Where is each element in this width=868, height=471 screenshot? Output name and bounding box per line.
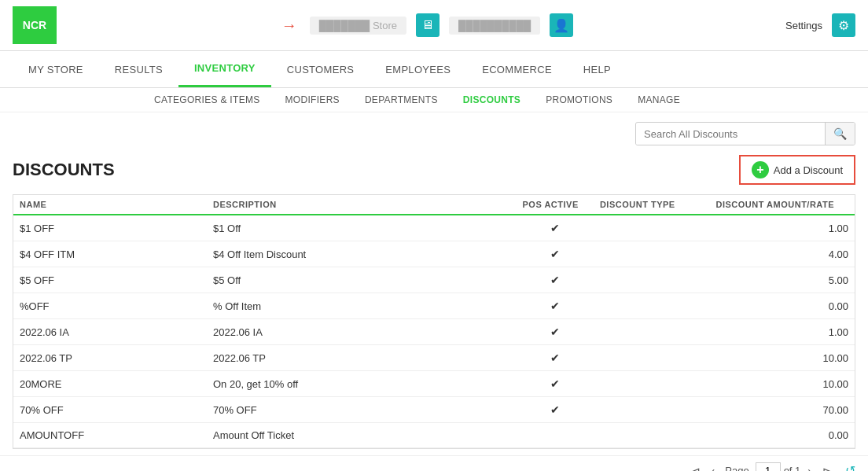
header-right: Settings ⚙ xyxy=(785,13,855,37)
nav-employees[interactable]: EMPLOYEES xyxy=(370,53,466,86)
cell-name: 20MORE xyxy=(13,371,207,397)
last-page-button[interactable]: ⊳ xyxy=(818,463,836,472)
content-area: DISCOUNTS + Add a Discount NAME DESCRIPT… xyxy=(0,149,868,455)
add-discount-button[interactable]: + Add a Discount xyxy=(739,155,855,185)
cell-name: %OFF xyxy=(13,293,207,319)
title-row: DISCOUNTS + Add a Discount xyxy=(13,155,855,185)
page-title: DISCOUNTS xyxy=(13,160,115,180)
cell-discount-amount: 4.00 xyxy=(710,241,855,267)
discounts-table: NAME DESCRIPTION POS ACTIVE DISCOUNT TYP… xyxy=(13,195,855,448)
add-icon: + xyxy=(752,161,769,178)
cell-discount-amount: 0.00 xyxy=(710,423,855,448)
cell-discount-amount: 10.00 xyxy=(710,371,855,397)
cell-name: 70% OFF xyxy=(13,397,207,423)
cell-pos-active: ✔ xyxy=(517,371,594,397)
subnav-departments[interactable]: DEPARTMENTS xyxy=(352,88,451,112)
checkmark-icon: ✔ xyxy=(550,351,560,364)
cell-description: $5 Off xyxy=(207,267,517,293)
table-row[interactable]: $1 OFF$1 Off✔1.00 xyxy=(13,215,855,241)
user-name: ██████████ xyxy=(449,17,540,35)
cell-description: 70% OFF xyxy=(207,397,517,423)
col-header-description: DESCRIPTION xyxy=(207,195,517,215)
search-area: 🔍 xyxy=(0,112,868,149)
checkmark-icon: ✔ xyxy=(550,326,560,338)
table-row[interactable]: 2022.06 IA2022.06 IA✔1.00 xyxy=(13,319,855,345)
nav-results[interactable]: RESULTS xyxy=(99,53,178,86)
checkmark-icon: ✔ xyxy=(550,274,560,286)
cell-name: $5 OFF xyxy=(13,267,207,293)
col-header-name: NAME xyxy=(13,195,207,215)
subnav-modifiers[interactable]: MODIFIERS xyxy=(273,88,352,112)
subnav-manage[interactable]: MANAGE xyxy=(625,88,693,112)
nav-customers[interactable]: CUSTOMERS xyxy=(271,53,370,86)
arrow-icon: → xyxy=(281,17,297,35)
search-input[interactable] xyxy=(636,123,825,145)
prev-page-button[interactable]: ‹ xyxy=(708,463,719,472)
table-row[interactable]: $4 OFF ITM$4 Off Item Discount✔4.00 xyxy=(13,241,855,267)
first-page-button[interactable]: ⊲ xyxy=(687,463,704,472)
cell-discount-type xyxy=(594,371,710,397)
add-discount-label: Add a Discount xyxy=(774,164,843,176)
checkmark-icon: ✔ xyxy=(550,248,560,260)
cell-name: AMOUNTOFF xyxy=(13,423,207,448)
subnav-discounts[interactable]: DISCOUNTS xyxy=(451,88,533,112)
page-number-input[interactable] xyxy=(756,462,781,471)
cell-description: On 20, get 10% off xyxy=(207,371,517,397)
col-header-pos-active: POS ACTIVE xyxy=(517,195,594,215)
cell-pos-active: ✔ xyxy=(517,293,594,319)
cell-discount-type xyxy=(594,397,710,423)
cell-description: $4 Off Item Discount xyxy=(207,241,517,267)
settings-label: Settings xyxy=(785,20,822,31)
cell-description: Amount Off Ticket xyxy=(207,423,517,448)
cell-discount-type xyxy=(594,293,710,319)
cell-name: 2022.06 IA xyxy=(13,319,207,345)
cell-discount-type xyxy=(594,319,710,345)
next-page-button[interactable]: › xyxy=(804,463,815,472)
cell-pos-active: ✔ xyxy=(517,319,594,345)
subnav-categories-items[interactable]: CATEGORIES & ITEMS xyxy=(142,88,273,112)
sub-nav: CATEGORIES & ITEMS MODIFIERS DEPARTMENTS… xyxy=(0,88,868,112)
search-wrapper: 🔍 xyxy=(635,122,855,145)
cell-discount-amount: 1.00 xyxy=(710,319,855,345)
cell-description: 2022.06 TP xyxy=(207,345,517,371)
table-row[interactable]: AMOUNTOFFAmount Off Ticket0.00 xyxy=(13,423,855,448)
cell-name: $1 OFF xyxy=(13,215,207,241)
subnav-promotions[interactable]: PROMOTIONS xyxy=(533,88,625,112)
cell-discount-amount: 5.00 xyxy=(710,267,855,293)
table-row[interactable]: 20MOREOn 20, get 10% off✔10.00 xyxy=(13,371,855,397)
nav-ecommerce[interactable]: ECOMMERCE xyxy=(466,53,568,86)
col-header-discount-type: DISCOUNT TYPE xyxy=(594,195,710,215)
col-header-discount-amount: DISCOUNT AMOUNT/RATE xyxy=(710,195,855,215)
cell-description: % Off Item xyxy=(207,293,517,319)
refresh-button[interactable]: ↺ xyxy=(845,463,855,471)
logo-text: NCR xyxy=(23,19,46,31)
nav-help[interactable]: HELP xyxy=(568,53,627,86)
table-row[interactable]: 70% OFF70% OFF✔70.00 xyxy=(13,397,855,423)
nav-inventory[interactable]: INVENTORY xyxy=(178,51,271,87)
table-row[interactable]: 2022.06 TP2022.06 TP✔10.00 xyxy=(13,345,855,371)
table-row[interactable]: %OFF% Off Item✔0.00 xyxy=(13,293,855,319)
checkmark-icon: ✔ xyxy=(550,403,560,416)
nav-my-store[interactable]: MY STORE xyxy=(13,53,99,86)
store-name: ███████ Store xyxy=(310,17,406,35)
cell-discount-type xyxy=(594,241,710,267)
cell-discount-amount: 1.00 xyxy=(710,215,855,241)
checkmark-icon: ✔ xyxy=(550,300,560,312)
table-row[interactable]: $5 OFF$5 Off✔5.00 xyxy=(13,267,855,293)
cell-discount-amount: 70.00 xyxy=(710,397,855,423)
store-icon-button[interactable]: 🖥 xyxy=(416,13,440,37)
page-label: Page xyxy=(725,465,748,471)
cell-description: $1 Off xyxy=(207,215,517,241)
search-button[interactable]: 🔍 xyxy=(825,123,855,145)
table-body: $1 OFF$1 Off✔1.00$4 OFF ITM$4 Off Item D… xyxy=(13,215,855,448)
checkmark-icon: ✔ xyxy=(550,222,560,234)
user-icon-button[interactable]: 👤 xyxy=(550,13,573,37)
checkmark-icon: ✔ xyxy=(550,377,560,390)
settings-icon-button[interactable]: ⚙ xyxy=(832,13,855,37)
of-label: of 1 xyxy=(784,465,801,471)
cell-discount-type xyxy=(594,345,710,371)
table-header-row: NAME DESCRIPTION POS ACTIVE DISCOUNT TYP… xyxy=(13,195,855,215)
header-center: → ███████ Store 🖥 ██████████ 👤 xyxy=(69,13,785,37)
cell-pos-active xyxy=(517,423,594,448)
cell-pos-active: ✔ xyxy=(517,215,594,241)
